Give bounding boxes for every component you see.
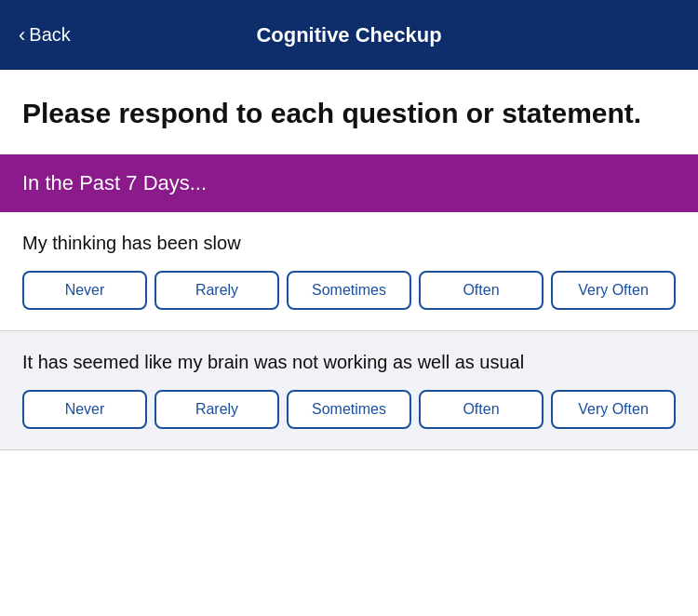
period-text: In the Past 7 Days... — [22, 171, 207, 194]
option-very-often-q1[interactable]: Very Often — [551, 271, 676, 310]
instruction-text: Please respond to each question or state… — [22, 96, 676, 131]
app-header: ‹ Back Cognitive Checkup — [0, 0, 698, 70]
period-banner: In the Past 7 Days... — [0, 154, 698, 212]
option-sometimes-q2[interactable]: Sometimes — [287, 390, 411, 429]
questions-container: My thinking has been slow NeverRarelySom… — [0, 212, 698, 450]
question-block-1: My thinking has been slow NeverRarelySom… — [0, 212, 698, 331]
question-1-text: My thinking has been slow — [22, 231, 676, 256]
option-rarely-q1[interactable]: Rarely — [154, 271, 279, 310]
option-never-q1[interactable]: Never — [22, 271, 147, 310]
question-block-2: It has seemed like my brain was not work… — [0, 331, 698, 450]
back-chevron-icon: ‹ — [19, 23, 25, 47]
option-rarely-q2[interactable]: Rarely — [154, 390, 279, 429]
instruction-section: Please respond to each question or state… — [0, 70, 698, 154]
option-very-often-q2[interactable]: Very Often — [551, 390, 676, 429]
question-2-text: It has seemed like my brain was not work… — [22, 350, 676, 375]
option-often-q2[interactable]: Often — [419, 390, 544, 429]
page-title: Cognitive Checkup — [256, 23, 441, 47]
option-sometimes-q1[interactable]: Sometimes — [287, 271, 411, 310]
question-1-options: NeverRarelySometimesOftenVery Often — [22, 271, 676, 310]
back-button[interactable]: ‹ Back — [19, 23, 71, 47]
option-never-q2[interactable]: Never — [22, 390, 147, 429]
question-2-options: NeverRarelySometimesOftenVery Often — [22, 390, 676, 429]
back-label: Back — [29, 24, 70, 46]
option-often-q1[interactable]: Often — [419, 271, 544, 310]
